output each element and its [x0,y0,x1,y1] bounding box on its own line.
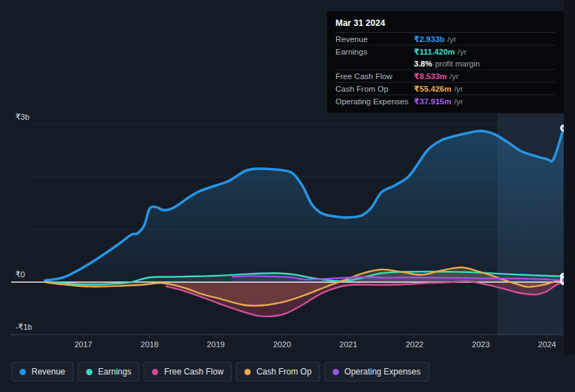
legend-label: Cash From Op [256,367,312,377]
tooltip-row-cash-from-op: Cash From Op₹55.426m/yr [335,82,555,94]
legend-label: Revenue [32,367,65,377]
tooltip-label: Earnings [335,48,414,56]
legend-item-operating-expenses[interactable]: Operating Expenses [324,362,429,382]
tooltip-rows: Revenue₹2.933b/yrEarnings₹111.420m/yr3.8… [335,33,555,107]
tooltip-row-revenue: Revenue₹2.933b/yr [335,33,555,45]
tooltip-value: ₹2.933b/yr [414,34,457,44]
x-axis-label: 2023 [472,340,490,349]
tooltip-date: Mar 31 2024 [335,15,555,33]
plot-right-margin [564,0,575,354]
y-axis-label: -₹1b [15,323,32,331]
profit-margin-label: profit margin [435,59,480,68]
legend-label: Free Cash Flow [164,367,223,377]
tooltip-label: Revenue [335,35,414,43]
tooltip-row-operating-expenses: Operating Expenses₹37.915m/yr [335,94,555,107]
legend-item-free-cash-flow[interactable]: Free Cash Flow [144,362,232,382]
tooltip-value: ₹37.915m/yr [414,97,463,106]
legend-label: Operating Expenses [345,367,421,377]
tooltip-value: ₹55.426m/yr [414,84,463,94]
tooltip-value: ₹111.420m/yr [414,47,466,57]
tooltip-row-profit-margin: 3.8%profit margin [335,57,555,69]
x-axis-label: 2020 [273,340,291,349]
revenue-dot-icon [20,369,26,375]
free-cash-flow-dot-icon [152,369,158,375]
legend-item-cash-from-op[interactable]: Cash From Op [236,362,320,382]
tooltip-label: Cash From Op [335,85,414,93]
x-axis-label: 2024 [538,340,556,349]
legend-item-earnings[interactable]: Earnings [78,362,139,382]
chart-tooltip: Mar 31 2024 Revenue₹2.933b/yrEarnings₹11… [327,11,564,113]
financial-history-chart: 20172018201920202021202220232024₹3b₹0-₹1… [0,0,575,392]
x-axis-label: 2019 [207,340,225,349]
chart-legend: RevenueEarningsFree Cash FlowCash From O… [11,362,429,382]
tooltip-value: ₹8.533m/yr [414,71,459,81]
tooltip-label: Operating Expenses [335,97,414,106]
tooltip-row-free-cash-flow: Free Cash Flow₹8.533m/yr [335,69,555,82]
x-axis-label: 2017 [74,340,92,349]
profit-margin-value: 3.8% [414,59,432,68]
legend-label: Earnings [98,367,131,377]
earnings-dot-icon [86,369,92,375]
x-axis-label: 2022 [406,340,424,349]
tooltip-row-earnings: Earnings₹111.420m/yr [335,45,555,57]
legend-item-revenue[interactable]: Revenue [11,362,74,382]
cash-from-op-dot-icon [244,369,251,375]
x-axis-label: 2018 [141,340,159,349]
x-axis-label: 2021 [340,340,358,349]
operating-expenses-dot-icon [333,369,339,375]
y-axis-label: ₹3b [15,113,29,121]
tooltip-label: Free Cash Flow [335,72,414,80]
revenue-area [45,128,564,282]
y-axis-label: ₹0 [15,270,25,279]
